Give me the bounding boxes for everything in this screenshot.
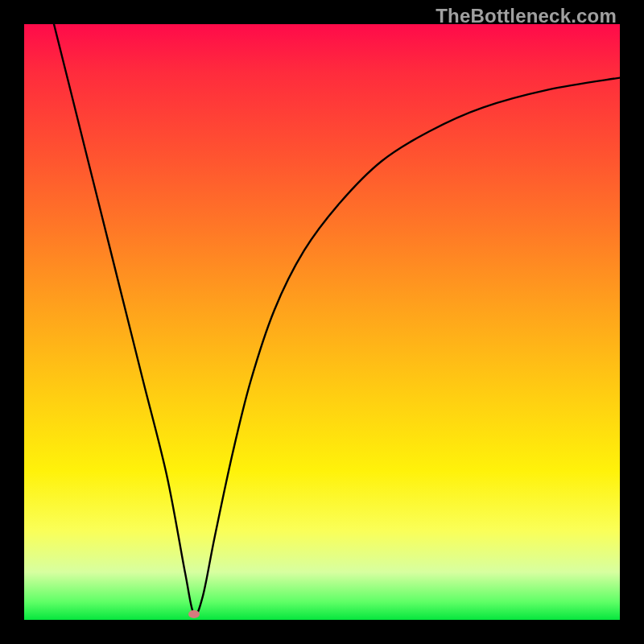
min-marker-icon [188,610,200,618]
plot-area [24,24,620,620]
curve-svg [24,24,620,620]
watermark-text: TheBottleneck.com [436,5,617,27]
bottleneck-curve [54,24,620,615]
chart-container: TheBottleneck.com [0,0,644,644]
